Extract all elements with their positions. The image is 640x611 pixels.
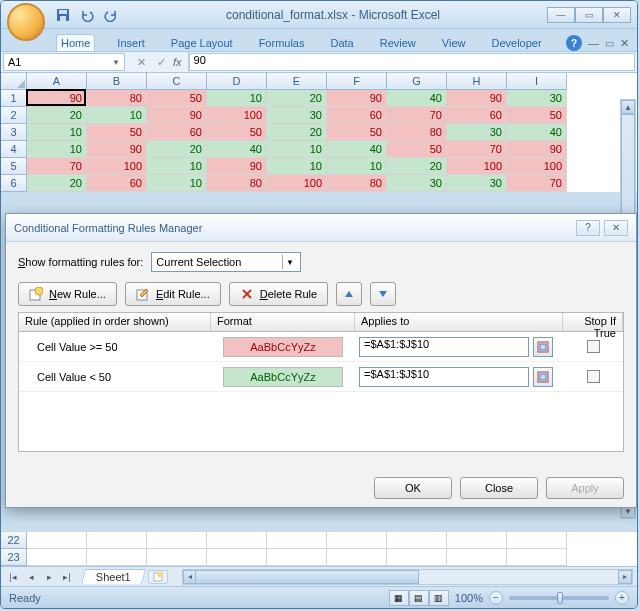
ribbon-tab-view[interactable]: View bbox=[438, 35, 470, 51]
combo-dropdown-icon[interactable]: ▼ bbox=[282, 255, 296, 269]
cell[interactable]: 20 bbox=[267, 124, 327, 141]
cell[interactable]: 80 bbox=[207, 175, 267, 192]
cell[interactable]: 10 bbox=[27, 141, 87, 158]
range-selector-icon[interactable] bbox=[533, 337, 553, 357]
delete-rule-button[interactable]: Delete Rule bbox=[229, 282, 329, 306]
save-icon[interactable] bbox=[55, 7, 71, 23]
cell[interactable]: 80 bbox=[87, 90, 147, 107]
apply-button[interactable]: Apply bbox=[546, 477, 624, 499]
cell[interactable] bbox=[507, 532, 567, 549]
row-header[interactable]: 22 bbox=[1, 532, 27, 549]
page-break-view-button[interactable]: ▥ bbox=[429, 590, 449, 606]
zoom-slider[interactable] bbox=[509, 596, 609, 600]
horizontal-scrollbar[interactable]: ◂ ▸ bbox=[182, 569, 633, 585]
cell[interactable] bbox=[507, 549, 567, 566]
cell[interactable]: 90 bbox=[507, 141, 567, 158]
ribbon-tab-page-layout[interactable]: Page Layout bbox=[167, 35, 237, 51]
cell[interactable]: 20 bbox=[267, 90, 327, 107]
rule-row[interactable]: Cell Value < 50AaBbCcYyZz=$A$1:$J$10 bbox=[19, 362, 623, 392]
cell[interactable]: 20 bbox=[27, 175, 87, 192]
cell[interactable]: 10 bbox=[327, 158, 387, 175]
close-button[interactable]: ✕ bbox=[603, 7, 631, 23]
sheet-tab-sheet1[interactable]: Sheet1 bbox=[81, 569, 146, 584]
cell[interactable]: 20 bbox=[147, 141, 207, 158]
col-header-A[interactable]: A bbox=[27, 73, 87, 90]
new-sheet-button[interactable] bbox=[148, 570, 168, 584]
cell[interactable]: 100 bbox=[267, 175, 327, 192]
row-header[interactable]: 1 bbox=[1, 90, 27, 107]
ribbon-minimize-icon[interactable]: — bbox=[588, 37, 599, 49]
cell[interactable]: 10 bbox=[147, 175, 207, 192]
redo-icon[interactable] bbox=[103, 7, 119, 23]
fx-icon[interactable]: fx bbox=[173, 56, 182, 68]
ribbon-tab-data[interactable]: Data bbox=[326, 35, 357, 51]
office-button[interactable] bbox=[7, 3, 45, 41]
enter-formula-icon[interactable]: ✓ bbox=[153, 54, 169, 70]
scroll-right-icon[interactable]: ▸ bbox=[618, 570, 632, 584]
cell[interactable]: 10 bbox=[267, 141, 327, 158]
cell[interactable]: 100 bbox=[507, 158, 567, 175]
help-icon[interactable]: ? bbox=[566, 35, 582, 51]
tab-nav-first-icon[interactable]: |◂ bbox=[5, 569, 21, 585]
cell[interactable] bbox=[87, 549, 147, 566]
dialog-help-button[interactable]: ? bbox=[576, 220, 600, 236]
hscroll-thumb[interactable] bbox=[195, 570, 420, 584]
cell[interactable]: 10 bbox=[27, 124, 87, 141]
cell[interactable]: 60 bbox=[87, 175, 147, 192]
ok-button[interactable]: OK bbox=[374, 477, 452, 499]
cell[interactable]: 70 bbox=[27, 158, 87, 175]
cell[interactable] bbox=[27, 532, 87, 549]
cell[interactable]: 70 bbox=[387, 107, 447, 124]
zoom-in-button[interactable]: + bbox=[615, 591, 629, 605]
normal-view-button[interactable]: ▦ bbox=[389, 590, 409, 606]
cell[interactable]: 100 bbox=[447, 158, 507, 175]
cell[interactable]: 40 bbox=[387, 90, 447, 107]
row-header[interactable]: 6 bbox=[1, 175, 27, 192]
maximize-button[interactable]: ▭ bbox=[575, 7, 603, 23]
dialog-close-button[interactable]: ✕ bbox=[604, 220, 628, 236]
cell[interactable] bbox=[447, 532, 507, 549]
range-selector-icon[interactable] bbox=[533, 367, 553, 387]
row-header[interactable]: 4 bbox=[1, 141, 27, 158]
row-header[interactable]: 3 bbox=[1, 124, 27, 141]
col-header-C[interactable]: C bbox=[147, 73, 207, 90]
cell[interactable]: 30 bbox=[267, 107, 327, 124]
col-header-E[interactable]: E bbox=[267, 73, 327, 90]
col-header-G[interactable]: G bbox=[387, 73, 447, 90]
cell[interactable] bbox=[147, 532, 207, 549]
cell[interactable]: 40 bbox=[327, 141, 387, 158]
cell[interactable]: 10 bbox=[147, 158, 207, 175]
move-down-button[interactable] bbox=[370, 282, 396, 306]
cell[interactable]: 70 bbox=[447, 141, 507, 158]
cell[interactable] bbox=[207, 532, 267, 549]
cell[interactable] bbox=[147, 549, 207, 566]
cell[interactable]: 50 bbox=[387, 141, 447, 158]
tab-nav-next-icon[interactable]: ▸ bbox=[41, 569, 57, 585]
ribbon-tab-developer[interactable]: Developer bbox=[487, 35, 545, 51]
cell[interactable]: 80 bbox=[387, 124, 447, 141]
cell[interactable]: 90 bbox=[207, 158, 267, 175]
row-header[interactable]: 23 bbox=[1, 549, 27, 566]
scope-combo[interactable]: Current Selection ▼ bbox=[151, 252, 301, 272]
cell[interactable]: 20 bbox=[27, 107, 87, 124]
cell[interactable]: 90 bbox=[27, 90, 87, 107]
cell[interactable]: 30 bbox=[507, 90, 567, 107]
applies-to-input[interactable]: =$A$1:$J$10 bbox=[359, 337, 529, 357]
page-layout-view-button[interactable]: ▤ bbox=[409, 590, 429, 606]
ribbon-tab-review[interactable]: Review bbox=[376, 35, 420, 51]
new-rule-button[interactable]: New Rule... bbox=[18, 282, 117, 306]
ribbon-tab-insert[interactable]: Insert bbox=[113, 35, 149, 51]
cell[interactable]: 20 bbox=[387, 158, 447, 175]
applies-to-input[interactable]: =$A$1:$J$10 bbox=[359, 367, 529, 387]
cell[interactable]: 80 bbox=[327, 175, 387, 192]
cell[interactable]: 50 bbox=[147, 90, 207, 107]
formula-input[interactable]: 90 bbox=[189, 53, 635, 71]
zoom-label[interactable]: 100% bbox=[455, 592, 483, 604]
cell[interactable]: 70 bbox=[507, 175, 567, 192]
edit-rule-button[interactable]: Edit Rule... bbox=[125, 282, 221, 306]
col-header-F[interactable]: F bbox=[327, 73, 387, 90]
cell[interactable] bbox=[27, 549, 87, 566]
cell[interactable] bbox=[267, 549, 327, 566]
ribbon-tab-home[interactable]: Home bbox=[56, 34, 95, 51]
zoom-out-button[interactable]: − bbox=[489, 591, 503, 605]
